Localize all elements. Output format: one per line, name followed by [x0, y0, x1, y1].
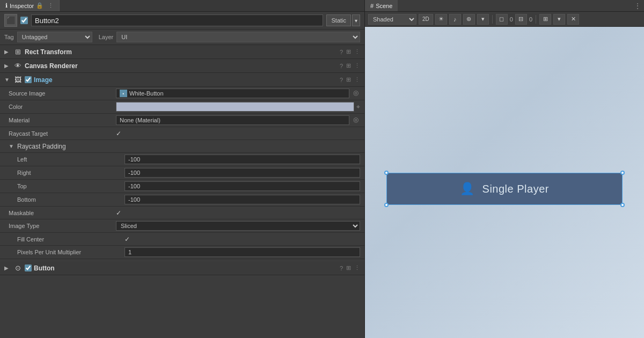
source-image-name: White-Button [129, 90, 164, 97]
left-value-container [125, 155, 360, 164]
material-row: Material None (Material) ◎ [0, 114, 364, 127]
material-label: Material [9, 117, 116, 123]
tag-layer-row: Tag Untagged Layer UI [0, 30, 364, 45]
color-row: Color ⌖ [0, 100, 364, 114]
static-dropdown-button[interactable]: ▾ [352, 14, 360, 26]
source-image-target-icon[interactable]: ◎ [352, 89, 360, 98]
rect-transform-help-icon[interactable]: ? [340, 49, 343, 55]
light-icon[interactable]: ☀ [435, 14, 447, 25]
top-input[interactable] [125, 181, 360, 191]
pixels-per-unit-input[interactable] [125, 247, 360, 257]
rect-transform-component: ▶ ⊞ Rect Transform ? ⊞ ⋮ [0, 45, 364, 59]
layer-select[interactable]: UI [116, 32, 360, 42]
right-value-container [125, 168, 360, 178]
color-swatch[interactable] [116, 102, 354, 112]
gizmos-icon[interactable]: ✕ [567, 14, 579, 25]
color-value-container: ⌖ [116, 102, 360, 112]
canvas-renderer-help-icon[interactable]: ? [340, 63, 343, 69]
lock-icon: 🔒 [36, 2, 43, 9]
image-help-icon[interactable]: ? [340, 77, 343, 83]
handle-top-left[interactable] [384, 171, 389, 175]
scene-toolbar: Shaded 2D ☀ ♪ ⊛ ▾ ◻ 0 ⊟ 0 ⊞ ▾ ✕ [365, 12, 644, 27]
material-target-icon[interactable]: ◎ [352, 116, 360, 124]
top-row: Top [0, 180, 364, 193]
rect-transform-actions: ? ⊞ ⋮ [340, 48, 360, 55]
effects-dropdown-icon[interactable]: ▾ [477, 14, 489, 25]
rect-transform-settings-icon[interactable]: ⊞ [346, 48, 351, 55]
rect-transform-icon: ⊞ [13, 48, 23, 56]
inspector-tab-label: Inspector [10, 3, 34, 9]
raycast-padding-label: Raycast Padding [17, 143, 66, 150]
canvas-renderer-expand-icon[interactable]: ▶ [4, 63, 11, 69]
source-image-field[interactable]: ▪ White-Button [116, 89, 349, 98]
scene-tab[interactable]: # Scene [365, 0, 398, 11]
scene-menu-icon[interactable]: ⋮ [631, 0, 644, 11]
source-image-label: Source Image [9, 90, 116, 97]
tag-select[interactable]: Untagged [17, 32, 92, 42]
button-settings-icon[interactable]: ⊞ [346, 264, 351, 271]
button-menu-icon[interactable]: ⋮ [354, 264, 360, 271]
handle-bottom-left[interactable] [384, 203, 389, 207]
raycast-padding-section: ▼ Raycast Padding [0, 140, 364, 153]
scene-tab-label: Scene [376, 3, 392, 9]
inspector-tab-bar: ℹ Inspector 🔒 ⋮ [0, 0, 364, 12]
rect-transform-expand-icon[interactable]: ▶ [4, 49, 11, 55]
right-label: Right [17, 170, 125, 176]
source-image-value-container: ▪ White-Button ◎ [116, 89, 360, 98]
info-icon: ℹ [5, 2, 8, 9]
image-expand-icon[interactable]: ▼ [4, 77, 11, 83]
gameobject-header: ⬛ Static ▾ [0, 12, 364, 30]
static-button[interactable]: Static [326, 14, 351, 26]
image-title: Image [34, 76, 338, 84]
bottom-label: Bottom [17, 196, 125, 203]
image-type-select[interactable]: Sliced [116, 221, 360, 231]
canvas-renderer-component: ▶ 👁 Canvas Renderer ? ⊞ ⋮ [0, 59, 364, 73]
image-enabled-checkbox[interactable] [25, 76, 32, 83]
fill-center-label: Fill Center [17, 236, 125, 243]
toolbar-separator-1 [492, 15, 493, 24]
button-enabled-checkbox[interactable] [25, 264, 32, 271]
material-field[interactable]: None (Material) [116, 115, 349, 125]
handle-bottom-right[interactable] [620, 203, 625, 207]
button-element-icon: 👤 [460, 182, 475, 196]
left-input[interactable] [125, 155, 360, 164]
shading-mode-select[interactable]: Shaded [368, 14, 416, 25]
rect-transform-menu-icon[interactable]: ⋮ [354, 48, 360, 55]
canvas-renderer-title: Canvas Renderer [25, 62, 338, 70]
pixels-per-unit-label: Pixels Per Unit Multiplier [17, 249, 125, 255]
scene-button-element[interactable]: 👤 Single Player [386, 173, 623, 205]
tab-menu-icon[interactable]: ⋮ [48, 2, 54, 9]
right-input[interactable] [125, 168, 360, 178]
eyedropper-icon[interactable]: ⌖ [356, 103, 360, 111]
grid-dropdown-icon[interactable]: ▾ [553, 14, 565, 25]
raycast-padding-expand-icon[interactable]: ▼ [9, 143, 15, 149]
layer-label: Layer [99, 34, 114, 40]
left-row: Left [0, 153, 364, 166]
bottom-input[interactable] [125, 195, 360, 204]
image-settings-icon[interactable]: ⊞ [346, 76, 351, 83]
canvas-renderer-menu-icon[interactable]: ⋮ [354, 62, 360, 69]
render-count-text: 0 [529, 16, 532, 23]
effects-icon[interactable]: ⊛ [463, 14, 475, 25]
gameobject-active-checkbox[interactable] [20, 17, 28, 24]
gameobject-name-input[interactable] [31, 14, 323, 26]
inspector-scroll: ⬛ Static ▾ Tag Untagged Layer UI [0, 12, 364, 338]
button-expand-icon[interactable]: ▶ [4, 265, 11, 271]
canvas-renderer-actions: ? ⊞ ⋮ [340, 62, 360, 69]
audio-icon[interactable]: ♪ [449, 14, 461, 25]
button-help-icon[interactable]: ? [340, 265, 343, 271]
grid-icon[interactable]: ⊞ [539, 14, 551, 25]
layer-count-text: 0 [510, 16, 513, 23]
view-2d-button[interactable]: 2D [419, 14, 433, 25]
handle-top-right[interactable] [620, 171, 625, 175]
scene-panel: # Scene ⋮ Shaded 2D ☀ ♪ ⊛ ▾ ◻ 0 ⊟ 0 ⊞ ▾ … [365, 0, 644, 338]
canvas-renderer-settings-icon[interactable]: ⊞ [346, 62, 351, 69]
visibility-icon[interactable]: ◻ [496, 14, 508, 25]
image-icon: 🖼 [13, 76, 23, 84]
inspector-tab[interactable]: ℹ Inspector 🔒 ⋮ [0, 0, 60, 11]
fill-center-checkmark: ✓ [125, 236, 130, 243]
image-menu-icon[interactable]: ⋮ [354, 76, 360, 83]
render-mode-icon[interactable]: ⊟ [515, 14, 527, 25]
bottom-row: Bottom [0, 193, 364, 207]
image-actions: ? ⊞ ⋮ [340, 76, 360, 83]
